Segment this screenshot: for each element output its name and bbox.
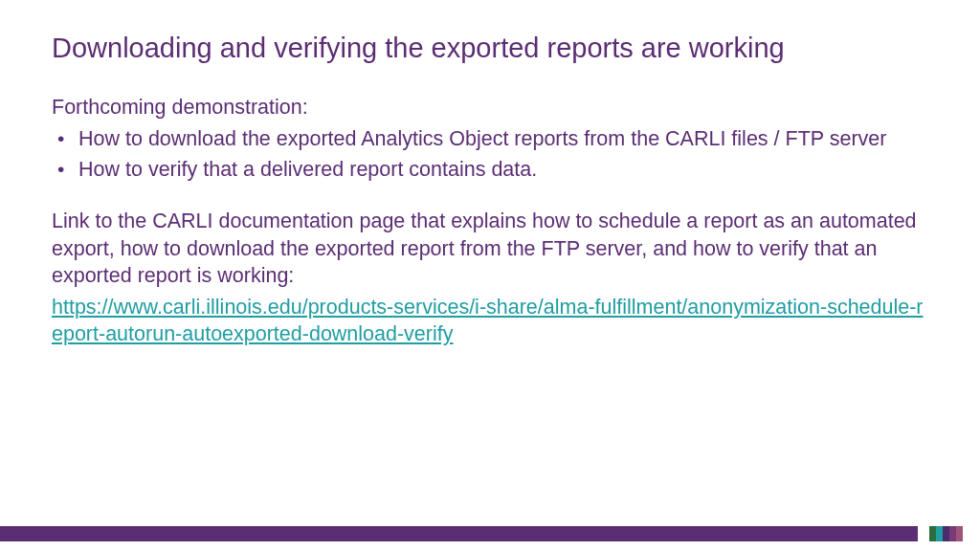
list-item: How to verify that a delivered report co… [75,156,928,183]
slide: Downloading and verifying the exported r… [0,0,980,551]
slide-body: Forthcoming demonstration: How to downlo… [52,94,928,347]
footer-stripe [936,526,943,541]
paragraph-text: Link to the CARLI documentation page tha… [52,208,928,289]
footer-decoration [0,526,980,541]
footer-stripe [956,526,963,541]
bullet-list: How to download the exported Analytics O… [52,125,928,184]
footer-stripe [949,526,956,541]
footer-gap [918,526,929,541]
slide-title: Downloading and verifying the exported r… [52,31,928,65]
footer-bar-main [0,526,918,541]
intro-text: Forthcoming demonstration: [52,94,928,121]
footer-right-gap [963,526,980,541]
footer-stripe [929,526,936,541]
list-item: How to download the exported Analytics O… [75,125,928,152]
documentation-link[interactable]: https://www.carli.illinois.edu/products-… [52,294,928,348]
footer-stripe [943,526,949,541]
